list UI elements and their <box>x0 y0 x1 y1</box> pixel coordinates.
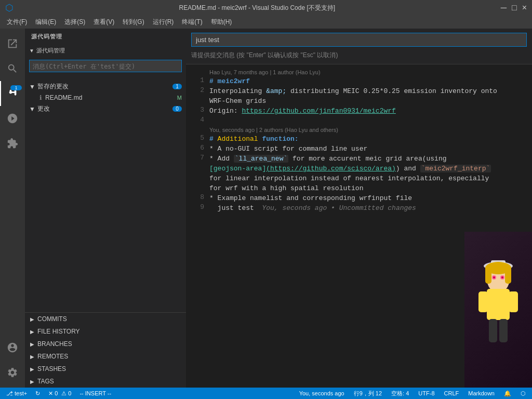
svg-rect-2 <box>478 291 488 312</box>
menu-goto[interactable]: 转到(G) <box>118 17 148 28</box>
menu-run[interactable]: 运行(R) <box>149 17 178 28</box>
line-number: 9 <box>186 203 209 211</box>
status-spaces[interactable]: 空格: 4 <box>389 390 411 397</box>
table-row: 2 Interpolating &amp; distributing MEIC … <box>186 86 532 96</box>
menu-terminal[interactable]: 终端(T) <box>178 17 206 28</box>
status-position[interactable]: 行9，列 12 <box>352 390 384 397</box>
panel-file-history[interactable]: ▶ FILE HISTORY <box>25 325 186 338</box>
menu-edit[interactable]: 编辑(E) <box>31 17 60 28</box>
maximize-button[interactable]: □ <box>512 3 517 12</box>
encoding-label: UTF-8 <box>418 390 434 396</box>
git-branch-icon: ⎇ <box>6 390 13 397</box>
status-bar: ⎇ test+ ↻ ✕ 0 ⚠ 0 -- INSERT -- You, seco… <box>0 388 532 399</box>
chevron-right-icon-commits: ▶ <box>30 316 34 322</box>
activity-search[interactable] <box>0 56 25 81</box>
activity-extensions[interactable] <box>0 131 25 156</box>
titlebar-left: ⬡ <box>5 2 14 14</box>
table-row: [geojson-area](https://github.com/scisco… <box>186 164 532 174</box>
position-label: 行9，列 12 <box>354 390 382 397</box>
svg-rect-3 <box>509 291 518 312</box>
line-content: # meic2wrf <box>209 76 532 86</box>
menu-select[interactable]: 选择(S) <box>60 17 89 28</box>
warning-icon: ⚠ <box>61 390 66 397</box>
table-row: 5 # Additional function: <box>186 134 532 144</box>
panel-file-history-label: FILE HISTORY <box>37 328 80 335</box>
line-number: 7 <box>186 154 209 162</box>
menu-file[interactable]: 文件(F) <box>3 17 31 28</box>
panel-stashes-label: STASHES <box>37 365 66 373</box>
commit-message-input[interactable] <box>191 33 527 47</box>
activity-debug[interactable] <box>0 106 25 131</box>
line-content: Origin: https://github.com/jinfan0931/me… <box>209 106 532 116</box>
anime-decorative-image <box>464 232 532 388</box>
table-row: 8 * Example namelist and corresponding w… <box>186 193 532 203</box>
svg-rect-1 <box>487 289 510 320</box>
error-count: 0 <box>55 390 58 396</box>
titlebar-title: README.md - meic2wrf - Visual Studio Cod… <box>179 4 336 12</box>
status-sync[interactable]: ↻ <box>33 390 42 397</box>
panel-branches-label: BRANCHES <box>37 340 72 348</box>
line-content: * A no-GUI script for command line user <box>209 144 532 154</box>
mode-label: -- INSERT -- <box>79 390 111 396</box>
svg-rect-13 <box>485 265 491 284</box>
changes-header[interactable]: ▼ 更改 0 <box>25 102 186 115</box>
status-errors[interactable]: ✕ 0 ⚠ 0 <box>46 390 73 397</box>
warning-count: 0 <box>68 390 71 396</box>
table-row: 1 # meic2wrf <box>186 76 532 86</box>
commit-hint-text: 请提供提交消息 (按 "Enter" 以确认或按 "Esc" 以取消) <box>186 51 532 64</box>
status-feedback[interactable]: 🔔 <box>502 390 513 397</box>
activity-bar <box>0 29 25 388</box>
status-encoding[interactable]: UTF-8 <box>416 390 436 396</box>
table-row: 9 just test You, seconds ago • Uncommitt… <box>186 203 532 213</box>
panel-stashes[interactable]: ▶ STASHES <box>25 363 186 375</box>
table-row: 3 Origin: https://github.com/jinfan0931/… <box>186 106 532 116</box>
panel-branches[interactable]: ▶ BRANCHES <box>25 338 186 350</box>
status-mode: -- INSERT -- <box>77 390 113 396</box>
commit-input-row <box>186 29 532 51</box>
staged-changes-header-left: ▼ 暂存的更改 <box>29 82 69 91</box>
status-left: ⎇ test+ ↻ ✕ 0 ⚠ 0 -- INSERT -- <box>4 390 113 397</box>
svg-rect-5 <box>499 319 508 342</box>
status-right: You, seconds ago 行9，列 12 空格: 4 UTF-8 CRL… <box>297 390 528 397</box>
chevron-right-icon-branches: ▶ <box>30 341 34 347</box>
activity-settings[interactable] <box>0 360 25 385</box>
status-eol[interactable]: CRLF <box>442 390 461 396</box>
editor-lines: Hao Lyu, 7 months ago | 1 author (Hao Ly… <box>186 66 532 215</box>
panel-tags[interactable]: ▶ TAGS <box>25 375 186 388</box>
menu-help[interactable]: 帮助(H) <box>207 17 236 28</box>
line-number: 3 <box>186 106 209 114</box>
sidebar: 源代码管理 ▼ 源代码管理 ▼ 暂存的更改 1 <box>25 29 186 388</box>
chevron-down-icon-staged: ▼ <box>29 83 35 90</box>
panel-remotes-label: REMOTES <box>37 353 68 360</box>
activity-source-control[interactable] <box>0 81 25 106</box>
language-label: Markdown <box>468 390 495 396</box>
staged-file-readme[interactable]: ℹ README.md M <box>25 93 186 102</box>
status-remote[interactable]: ⬡ <box>518 390 528 397</box>
line-content: WRF-Chem grids <box>209 96 532 106</box>
scm-message-input[interactable] <box>29 60 182 72</box>
spaces-label: 空格: 4 <box>391 390 409 397</box>
panel-commits[interactable]: ▶ COMMITS <box>25 313 186 325</box>
status-language[interactable]: Markdown <box>466 390 497 396</box>
blame-info-2: You, seconds ago | 2 authors (Hao Lyu an… <box>186 126 532 134</box>
line-content: just test You, seconds ago • Uncommitted… <box>209 203 532 213</box>
activity-account[interactable] <box>0 335 25 360</box>
close-button[interactable]: × <box>522 3 527 12</box>
table-row: WRF-Chem grids <box>186 96 532 106</box>
status-blame[interactable]: You, seconds ago <box>297 390 347 396</box>
panel-remotes[interactable]: ▶ REMOTES <box>25 350 186 363</box>
branch-name: test+ <box>15 390 27 396</box>
activity-explorer[interactable] <box>0 31 25 56</box>
menu-view[interactable]: 查看(V) <box>89 17 118 28</box>
svg-rect-4 <box>489 319 497 342</box>
table-row: 6 * A no-GUI script for command line use… <box>186 144 532 154</box>
staged-changes-header[interactable]: ▼ 暂存的更改 1 <box>25 80 186 93</box>
sidebar-section-label: 源代码管理 <box>36 47 65 55</box>
minimize-button[interactable]: ─ <box>501 3 507 12</box>
line-content: * Example namelist and corresponding wrf… <box>209 193 532 203</box>
sidebar-section[interactable]: ▼ 源代码管理 <box>25 45 186 57</box>
activity-bottom <box>0 335 25 388</box>
status-branch[interactable]: ⎇ test+ <box>4 390 29 397</box>
svg-rect-14 <box>505 265 511 284</box>
menu-bar: 文件(F) 编辑(E) 选择(S) 查看(V) 转到(G) 运行(R) 终端(T… <box>0 16 532 29</box>
